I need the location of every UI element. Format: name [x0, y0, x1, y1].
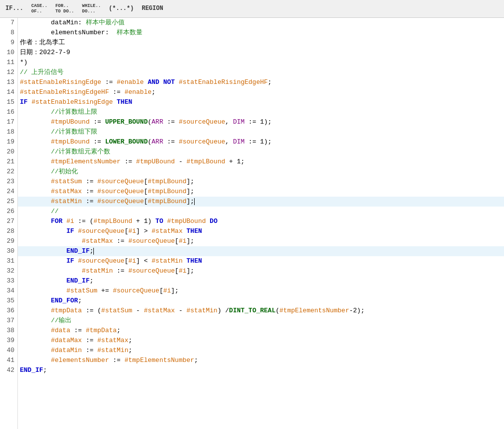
code-line[interactable]: #dataMax := #statMax;	[18, 336, 504, 346]
for-icon: FOR..TO DO..	[55, 3, 74, 14]
token-comment: //	[51, 208, 59, 215]
token-normal: ,	[225, 118, 233, 126]
code-line[interactable]: elementsNumber: 样本数量	[18, 28, 504, 38]
token-var: #data	[51, 327, 70, 334]
token-normal: dataMin:	[51, 19, 85, 26]
code-line[interactable]: IF #sourceQueue[#i] < #statMin THEN	[18, 256, 504, 266]
token-var: #sourceQueue	[113, 287, 159, 294]
token-normal: ] >	[136, 227, 151, 235]
token-var: #tmpData	[51, 307, 81, 314]
token-normal: ,	[225, 138, 233, 145]
code-line[interactable]: #data := #tmpData;	[18, 326, 504, 336]
token-normal: [	[175, 237, 179, 245]
code-line[interactable]: IF #sourceQueue[#i] > #statMax THEN	[18, 226, 504, 236]
code-content[interactable]: dataMin: 样本中最小值 elementsNumber: 样本数量作者：北…	[18, 18, 504, 429]
token-var: #enable	[117, 78, 144, 86]
token-var: #statMax	[151, 227, 182, 235]
token-comment: 样本数量	[113, 29, 143, 36]
code-line[interactable]: //计算数组下限	[18, 127, 504, 137]
code-line[interactable]: #statEnableRisingEdge := #enable AND NOT…	[18, 77, 504, 87]
token-var: #sourceQueue	[128, 237, 175, 245]
toolbar-item-for[interactable]: FOR..TO DO..	[52, 1, 77, 17]
code-line[interactable]: //初始化	[18, 167, 504, 177]
token-var: #tmpLBound	[148, 198, 187, 205]
code-line[interactable]: #elementsNumber := #tmpElementsNumber;	[18, 356, 504, 365]
code-line[interactable]: #dataMin := #statMin;	[18, 346, 504, 356]
line-number: 13	[0, 77, 17, 87]
token-normal	[183, 257, 187, 265]
token-var: #statMin	[187, 307, 217, 314]
token-var: #statEnableRisingEdgeHF	[20, 88, 109, 96]
toolbar-item-if[interactable]: IF...	[2, 1, 27, 17]
code-line[interactable]: END_FOR;	[18, 296, 504, 306]
code-line[interactable]: #statMin := #sourceQueue[#i];	[18, 266, 504, 276]
token-var: #tmpElementsNumber	[280, 307, 349, 314]
text-cursor	[93, 248, 94, 255]
token-var: #i	[163, 287, 171, 294]
code-line[interactable]: 作者：北岛李工	[18, 38, 504, 48]
token-var: #tmpLBound	[148, 188, 187, 195]
code-line[interactable]: #tmpLBound := LOWER_BOUND(ARR := #source…	[18, 137, 504, 147]
code-line[interactable]: #statEnableRisingEdgeHF := #enable;	[18, 87, 504, 97]
token-var: #tmpUBound	[51, 118, 89, 126]
token-normal: :=	[101, 78, 117, 86]
token-var: #tmpLBound	[93, 217, 132, 225]
code-line[interactable]: *)	[18, 58, 504, 68]
token-normal: -	[175, 307, 186, 314]
token-normal: ;	[78, 297, 82, 304]
token-normal: :=	[82, 347, 97, 354]
token-normal: ;	[89, 247, 93, 255]
code-line[interactable]: 日期：2022-7-9	[18, 48, 504, 58]
token-normal: 作者：北岛李工	[20, 39, 65, 46]
token-normal: + 1;	[225, 158, 245, 165]
line-number: 21	[0, 157, 17, 167]
token-normal: :=	[121, 158, 136, 165]
line-number: 8	[0, 28, 17, 38]
line-numbers-col: 7891011121314−151617181920212223242526−2…	[0, 18, 18, 429]
token-normal: -	[175, 158, 186, 165]
token-var: #sourceQueue	[97, 178, 144, 185]
token-normal: := 1);	[245, 138, 272, 145]
code-line[interactable]: #tmpUBound := UPPER_BOUND(ARR := #source…	[18, 117, 504, 127]
code-line[interactable]: #tmpElementsNumber := #tmpUBound - #tmpL…	[18, 157, 504, 167]
token-var: #statSum	[67, 287, 97, 294]
code-line[interactable]: #statSum := #sourceQueue[#tmpLBound];	[18, 177, 504, 187]
token-var: #sourceQueue	[97, 188, 144, 195]
token-var: #sourceQueue	[179, 118, 225, 126]
line-number: 39	[0, 336, 17, 346]
line-number: 32	[0, 266, 17, 276]
code-line[interactable]: #statMax := #sourceQueue[#tmpLBound];	[18, 187, 504, 197]
code-line[interactable]: #statSum += #sourceQueue[#i];	[18, 286, 504, 296]
code-line[interactable]: #statMin := #sourceQueue[#tmpLBound];	[18, 197, 504, 207]
line-number: 19	[0, 137, 17, 147]
token-normal: [	[175, 267, 179, 275]
token-normal: ) /	[217, 307, 229, 314]
token-var: #dataMin	[51, 347, 81, 354]
line-number: 29	[0, 236, 17, 246]
token-var: #sourceQueue	[97, 198, 144, 205]
code-line[interactable]: IF #statEnableRisingEdge THEN	[18, 97, 504, 107]
token-normal: + 1)	[132, 217, 155, 225]
code-line[interactable]: // 上升沿信号	[18, 68, 504, 77]
code-line[interactable]: //	[18, 207, 504, 216]
line-number: 10	[0, 48, 17, 58]
code-line[interactable]: END_IF;	[18, 365, 504, 375]
token-normal: :=	[163, 118, 179, 126]
code-line[interactable]: dataMin: 样本中最小值	[18, 18, 504, 28]
code-line[interactable]: //计算数组上限	[18, 107, 504, 117]
toolbar-item-case[interactable]: CASE..OF..	[28, 1, 51, 17]
code-line[interactable]: END_IF;	[18, 276, 504, 286]
code-line[interactable]: //输出	[18, 316, 504, 326]
token-normal: ;	[151, 88, 155, 96]
code-line[interactable]: FOR #i := (#tmpLBound + 1) TO #tmpUBound…	[18, 216, 504, 226]
toolbar-item-region[interactable]: REGION	[138, 1, 166, 17]
token-normal: :=	[89, 118, 105, 126]
token-comment: // 上升沿信号	[20, 69, 64, 76]
code-line[interactable]: END_IF;	[18, 246, 504, 256]
token-var: #elementsNumber	[51, 357, 109, 364]
code-line[interactable]: #statMax := #sourceQueue[#i];	[18, 236, 504, 246]
code-line[interactable]: #tmpData := (#statSum - #statMax - #stat…	[18, 306, 504, 316]
toolbar-item-while[interactable]: WHILE..DO...	[78, 1, 104, 17]
toolbar-item-comment[interactable]: (*...*)	[105, 1, 137, 17]
code-line[interactable]: //计算数组元素个数	[18, 147, 504, 157]
